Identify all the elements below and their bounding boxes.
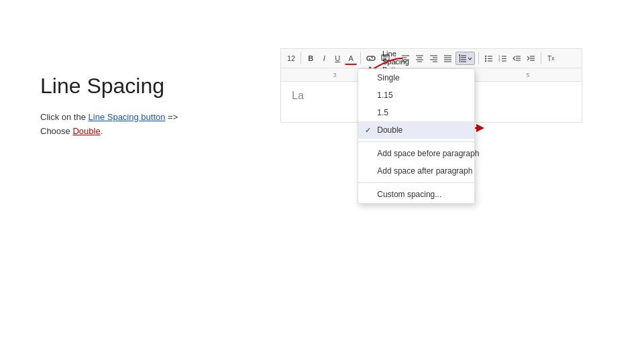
svg-point-27 (485, 60, 486, 62)
left-panel: Line Spacing Click on the Line Spacing b… (40, 74, 178, 139)
align-right-button[interactable] (427, 52, 440, 65)
checkmark-icon: ✓ (365, 126, 371, 135)
desc-link2: Double (72, 126, 100, 136)
line-spacing-wrapper[interactable]: Single 1.15 1.5 ✓ Double Add space befor… (455, 52, 475, 65)
divider-2 (358, 182, 474, 183)
line-spacing-icon (458, 54, 467, 62)
align-center-icon (415, 54, 424, 62)
link-button[interactable] (364, 52, 378, 65)
dropdown-label-add-after: Add space after paragraph (377, 166, 472, 176)
align-right-icon (429, 54, 438, 62)
dropdown-label-115: 1.15 (377, 90, 392, 100)
indent-increase-button[interactable] (525, 52, 537, 65)
align-left-button[interactable] (399, 52, 412, 65)
bullet-list-icon (484, 54, 493, 62)
separator-2 (360, 52, 361, 64)
separator-4 (478, 52, 479, 64)
desc-line2: => (165, 112, 178, 122)
link-icon (366, 54, 376, 62)
ruler-mark-3: 3 (333, 72, 336, 78)
separator-5 (541, 52, 541, 64)
page-title: Line Spacing (40, 74, 178, 99)
number-list-icon: 1. 2. 3. (498, 54, 507, 62)
dropdown-label-single: Single (377, 73, 399, 82)
divider-1 (358, 141, 474, 142)
align-left-icon (401, 54, 410, 62)
svg-point-23 (485, 56, 486, 57)
desc-line1: Click on the (40, 112, 89, 122)
line-spacing-chevron-icon (468, 56, 472, 61)
dropdown-item-double[interactable]: ✓ Double (358, 121, 474, 139)
bold-button[interactable]: B (305, 52, 317, 65)
bullet-list-button[interactable] (482, 52, 495, 65)
desc-link1: Line Spacing button (89, 112, 166, 122)
dropdown-label-double: Double (377, 125, 402, 135)
dropdown-item-15[interactable]: 1.5 (358, 104, 474, 121)
separator-3 (395, 52, 396, 64)
align-justify-button[interactable] (441, 52, 454, 65)
dropdown-item-single[interactable]: Single (358, 69, 474, 86)
svg-text:3.: 3. (498, 59, 500, 62)
svg-rect-0 (382, 55, 389, 60)
dropdown-label-15: 1.5 (377, 108, 388, 117)
separator-1 (301, 52, 301, 64)
dropdown-label-custom: Custom spacing... (377, 190, 441, 199)
align-justify-icon (443, 54, 452, 62)
dropdown-label-add-before: Add space before paragraph (377, 149, 479, 158)
number-list-button[interactable]: 1. 2. 3. (496, 52, 509, 65)
dropdown-item-custom[interactable]: Custom spacing... (358, 186, 474, 203)
description-text: Click on the Line Spacing button => Choo… (40, 111, 178, 139)
underline-button[interactable]: U (331, 52, 343, 65)
font-size-selector[interactable]: 12 (285, 52, 297, 65)
doc-text: La (292, 90, 304, 101)
dropdown-item-add-after[interactable]: Add space after paragraph (358, 162, 474, 180)
line-spacing-dropdown: Single 1.15 1.5 ✓ Double Add space befor… (358, 68, 475, 204)
italic-button[interactable]: I (318, 52, 330, 65)
indent-decrease-button[interactable] (511, 52, 523, 65)
dropdown-item-add-before[interactable]: Add space before paragraph (358, 145, 474, 162)
font-color-button[interactable]: A (345, 52, 357, 65)
align-center-button[interactable] (413, 52, 426, 65)
indent-inc-icon (527, 54, 535, 62)
desc-line4: . (101, 126, 103, 136)
ruler-mark-5: 5 (526, 72, 529, 78)
toolbar: 12 B I U A (281, 49, 582, 68)
line-spacing-button[interactable] (455, 52, 475, 65)
comment-icon (381, 54, 390, 62)
editor-area: 12 B I U A (280, 48, 582, 123)
dropdown-item-115[interactable]: 1.15 (358, 86, 474, 104)
clear-format-button[interactable]: Tx (545, 52, 557, 65)
svg-point-25 (485, 58, 486, 59)
desc-line3: Choose (40, 126, 72, 136)
comment-button[interactable] (379, 52, 392, 65)
indent-dec-icon (513, 54, 521, 62)
